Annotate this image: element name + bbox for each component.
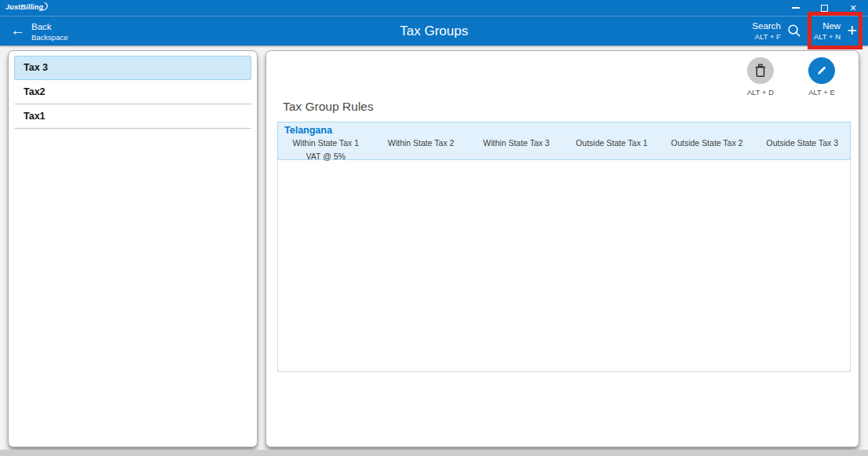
tax-group-list: Tax 3 Tax2 Tax1 [9, 51, 257, 133]
app-logo: JustBilling [5, 2, 51, 12]
state-group-header: Telangana [278, 122, 850, 136]
maximize-button[interactable] [811, 0, 837, 16]
new-shortcut: ALT + N [814, 32, 841, 42]
tax-group-detail-panel: ALT + D ALT + E Tax Group Rules Telangan… [266, 50, 859, 447]
tax-group-item-tax1[interactable]: Tax1 [14, 104, 251, 129]
column-header: Outside State Tax 2 [659, 138, 754, 148]
tax-group-list-panel: Tax 3 Tax2 Tax1 [8, 50, 258, 447]
back-shortcut: Backspace [31, 33, 68, 42]
command-bar: Tax Groups ← Back Backspace Search ALT +… [0, 16, 868, 46]
titlebar: JustBilling ✕ [0, 0, 868, 16]
column-header: Within State Tax 1 [278, 138, 373, 148]
tax-group-item-label: Tax2 [24, 86, 46, 97]
page-title: Tax Groups [0, 16, 868, 46]
tax-group-item-label: Tax 3 [24, 62, 48, 73]
tax-group-rules-table: Telangana Within State Tax 1 Within Stat… [277, 122, 851, 372]
rule-value [373, 151, 468, 161]
new-button[interactable]: New ALT + N + [814, 19, 857, 42]
search-icon [787, 24, 801, 38]
new-label: New [822, 20, 841, 31]
column-header: Outside State Tax 3 [755, 138, 850, 148]
edit-button[interactable] [808, 57, 835, 84]
delete-shortcut-label: ALT + D [741, 88, 780, 97]
search-shortcut: ALT + F [755, 32, 781, 42]
close-button[interactable]: ✕ [840, 0, 866, 16]
delete-button[interactable] [747, 57, 774, 84]
column-header: Outside State Tax 1 [564, 138, 659, 148]
tax-group-item-tax3[interactable]: Tax 3 [14, 56, 251, 80]
rule-value [564, 151, 659, 161]
rule-value [755, 151, 850, 161]
back-button[interactable]: ← Back Backspace [10, 19, 68, 42]
close-icon: ✕ [849, 3, 856, 13]
rule-value [659, 151, 754, 161]
section-title: Tax Group Rules [283, 100, 373, 114]
search-button[interactable]: Search ALT + F [753, 19, 801, 42]
rules-value-row: VAT @ 5% [278, 151, 850, 161]
rules-column-header-row: Within State Tax 1 Within State Tax 2 Wi… [278, 138, 850, 148]
window-bottom-edge [0, 450, 868, 456]
rule-value [469, 151, 564, 161]
edit-shortcut-label: ALT + E [802, 88, 841, 97]
search-label: Search [753, 20, 781, 31]
rule-value: VAT @ 5% [278, 151, 373, 161]
pencil-icon [815, 64, 828, 77]
minimize-icon [792, 7, 800, 9]
maximize-icon [821, 5, 828, 12]
back-arrow-icon: ← [10, 19, 25, 42]
back-label: Back [31, 21, 68, 32]
rules-table-header: Telangana Within State Tax 1 Within Stat… [277, 122, 851, 160]
column-header: Within State Tax 2 [373, 138, 468, 148]
tax-group-item-label: Tax1 [24, 111, 46, 122]
logo-swoosh-icon [39, 1, 51, 12]
column-header: Within State Tax 3 [469, 138, 564, 148]
tax-group-item-tax2[interactable]: Tax2 [14, 80, 251, 104]
app-logo-text: JustBilling [5, 3, 43, 11]
trash-icon [754, 64, 767, 78]
plus-icon: + [847, 20, 857, 42]
minimize-button[interactable] [782, 0, 809, 16]
